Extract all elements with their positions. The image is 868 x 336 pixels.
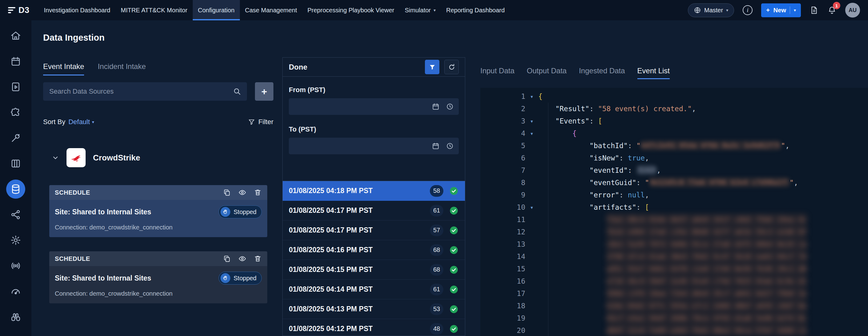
nav-item[interactable]: MITRE ATT&CK Monitor ▾ — [116, 0, 192, 20]
intake-tab[interactable]: Incident Intake — [98, 62, 146, 75]
code-token — [538, 216, 607, 223]
code-token: "batchId" — [589, 142, 628, 150]
clock-icon[interactable] — [446, 102, 454, 111]
d3-logo[interactable]: D3 — [8, 5, 30, 15]
run-row[interactable]: 01/08/2025 04:12 PM PST 48 — [283, 319, 465, 336]
run-row[interactable]: 01/08/2025 04:13 PM PST 53 — [283, 299, 465, 319]
notifications-button[interactable]: 1 — [827, 5, 837, 15]
run-timestamp: 01/08/2025 04:14 PM PST — [289, 285, 424, 294]
code-token — [538, 314, 607, 322]
chevron-down-icon[interactable] — [52, 154, 59, 161]
code-token: " — [781, 142, 785, 150]
runs-filter-button[interactable] — [425, 60, 439, 74]
to-date-input[interactable] — [289, 138, 459, 154]
fold-chevron-icon — [525, 164, 538, 177]
eye-icon[interactable] — [238, 188, 246, 196]
sidebar-item-boards[interactable] — [0, 151, 31, 176]
sidebar-item-calendar[interactable] — [0, 48, 31, 74]
runs-date-filter: From (PST) To (PST) — [283, 77, 465, 181]
document-icon[interactable] — [809, 5, 819, 15]
fold-chevron-icon[interactable]: ▾ — [525, 201, 538, 213]
fold-chevron-icon — [525, 312, 538, 324]
detail-tab[interactable]: Event List — [638, 66, 670, 79]
run-row[interactable]: 01/08/2025 04:17 PM PST 57 — [283, 220, 465, 240]
detail-tab[interactable]: Input Data — [480, 66, 515, 79]
eye-icon[interactable] — [238, 255, 246, 263]
sidebar-item-live-feeds[interactable] — [0, 253, 31, 278]
trash-icon[interactable] — [254, 255, 262, 263]
code-text: "artifacts": [ — [538, 201, 649, 213]
fold-chevron-icon — [525, 102, 538, 115]
run-row[interactable]: 01/08/2025 04:14 PM PST 61 — [283, 280, 465, 299]
from-label: From (PST) — [289, 86, 459, 94]
copy-icon[interactable] — [223, 188, 231, 196]
master-branch-dropdown[interactable]: Master ▾ — [688, 3, 734, 17]
nav-item[interactable]: Investigation Dashboard ▾ — [39, 0, 116, 20]
refresh-button[interactable] — [444, 60, 459, 74]
schedule-card[interactable]: SCHEDULE Site: Shared to Internal Sites … — [49, 185, 267, 237]
calendar-icon[interactable] — [432, 142, 440, 150]
run-row[interactable]: 01/08/2025 04:17 PM PST 61 — [283, 201, 465, 220]
run-row[interactable]: 01/08/2025 04:18 PM PST 58 — [283, 181, 465, 201]
schedule-card[interactable]: SCHEDULE Site: Shared to Internal Sites … — [49, 251, 267, 303]
schedule-actions — [223, 255, 262, 263]
chevron-down-icon: ▾ — [92, 120, 94, 124]
sidebar-item-settings[interactable] — [0, 227, 31, 253]
sidebar-item-playbooks[interactable] — [0, 74, 31, 99]
sidebar-item-monitoring[interactable] — [0, 278, 31, 304]
sidebar-item-integrations[interactable] — [0, 99, 31, 125]
copy-icon[interactable] — [223, 255, 231, 263]
info-button[interactable]: i — [743, 5, 752, 15]
nav-item[interactable]: Case Management ▾ — [240, 0, 302, 20]
from-date-input[interactable] — [289, 98, 459, 115]
sidebar-item-explore[interactable] — [0, 304, 31, 330]
search-box[interactable] — [43, 82, 247, 101]
run-count-badge: 68 — [430, 264, 443, 276]
detail-panel: Input DataOutput DataIngested DataEvent … — [480, 20, 868, 336]
sidebar-item-home[interactable] — [0, 23, 31, 48]
fold-chevron-icon[interactable]: ▾ — [525, 127, 538, 140]
code-text: "batchId": "b47c2e91 05da 4f6b 8a3c 1e9d… — [538, 140, 789, 152]
nav-item[interactable]: Simulator ▾ — [400, 0, 441, 20]
fold-chevron-icon — [525, 189, 538, 201]
nav-item[interactable]: Reporting Dashboard ▾ — [441, 0, 510, 20]
schedule-title: SCHEDULE — [55, 189, 90, 196]
fold-chevron-icon[interactable]: ▾ — [525, 115, 538, 127]
intake-tab[interactable]: Event Intake — [43, 62, 84, 75]
filter-button[interactable]: Filter — [248, 118, 273, 126]
code-token: , — [645, 191, 649, 199]
add-data-source-button[interactable]: + — [255, 82, 273, 101]
code-token: " — [645, 179, 649, 187]
run-count-badge: 61 — [430, 284, 443, 295]
tools-icon — [10, 132, 21, 144]
falcon-icon — [69, 151, 83, 165]
avatar[interactable]: AU — [845, 3, 860, 18]
redacted-blur: 03c7 e5a1 94df 268b 70ce 4f93 d1a8 5e06 … — [607, 312, 807, 324]
button-divider — [790, 6, 790, 14]
schedule-title: SCHEDULE — [55, 255, 90, 263]
sidebar-item-data-ingestion[interactable] — [0, 176, 31, 202]
detail-tab[interactable]: Output Data — [527, 66, 566, 79]
run-row[interactable]: 01/08/2025 04:16 PM PST 68 — [283, 240, 465, 260]
code-token — [538, 105, 555, 113]
new-button[interactable]: + New ▾ — [761, 3, 801, 17]
calendar-icon[interactable] — [432, 102, 440, 111]
nav-item[interactable]: Configuration ▾ — [193, 0, 240, 20]
run-count-badge: 53 — [430, 303, 443, 315]
sidebar-item-connections[interactable] — [0, 202, 31, 227]
runs-panel-header: Done — [283, 58, 465, 77]
code-token: , — [645, 154, 649, 162]
sort-dropdown[interactable]: Default ▾ — [68, 118, 94, 126]
nav-item[interactable]: Preprocessing Playbook Viewer ▾ — [302, 0, 400, 20]
search-input[interactable] — [49, 87, 233, 96]
code-text: "Result": "58 event(s) created.", — [538, 102, 696, 115]
sidebar-item-utilities[interactable] — [0, 125, 31, 151]
trash-icon[interactable] — [254, 188, 262, 196]
run-row[interactable]: 01/08/2025 04:15 PM PST 68 — [283, 260, 465, 280]
success-check-icon — [449, 284, 459, 295]
clock-icon[interactable] — [446, 142, 454, 150]
detail-tab[interactable]: Ingested Data — [579, 66, 625, 79]
fold-chevron-icon[interactable]: ▾ — [525, 90, 538, 102]
data-source-header[interactable]: CrowdStrike — [43, 148, 273, 167]
intake-tabs: Event IntakeIncident Intake — [43, 62, 273, 75]
